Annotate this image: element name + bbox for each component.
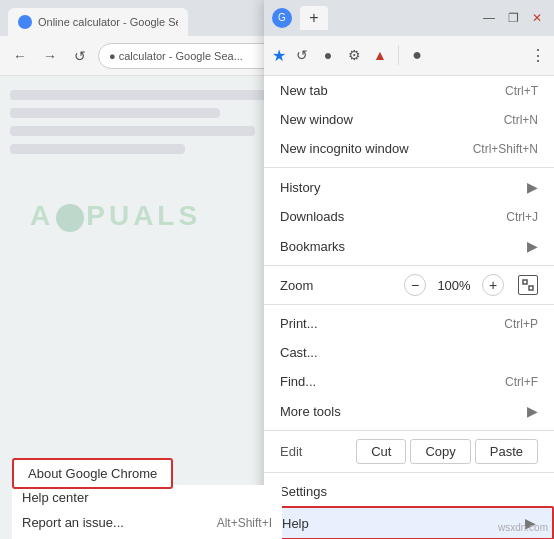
bookmarks-label: Bookmarks — [280, 239, 345, 254]
restore-icon: ❐ — [508, 11, 519, 25]
menu-item-cast[interactable]: Cast... — [264, 338, 554, 367]
new-tab-shortcut: Ctrl+T — [505, 84, 538, 98]
reload-btn[interactable]: ↺ — [68, 44, 92, 68]
restore-button[interactable]: ❐ — [504, 9, 522, 27]
dropdown-menu: New tab Ctrl+T New window Ctrl+N New inc… — [264, 76, 554, 539]
report-issue-shortcut: Alt+Shift+I — [217, 516, 272, 530]
content-row — [10, 126, 255, 136]
minus-icon: − — [411, 277, 419, 293]
divider-4 — [264, 430, 554, 431]
kebab-menu-icon[interactable]: ⋮ — [530, 46, 546, 65]
settings-label: Settings — [280, 484, 327, 499]
tab-title: Online calculator - Google Se... — [38, 16, 178, 28]
menu-item-more-tools[interactable]: More tools ▶ — [264, 396, 554, 426]
back-btn[interactable]: ← — [8, 44, 32, 68]
zoom-value: 100% — [434, 278, 474, 293]
incognito-shortcut: Ctrl+Shift+N — [473, 142, 538, 156]
toolbar-separator — [398, 45, 399, 65]
paste-button[interactable]: Paste — [475, 439, 538, 464]
content-row — [10, 108, 220, 118]
edit-label: Edit — [280, 444, 356, 459]
menu-tab-row: G + — ❐ ✕ — [264, 0, 554, 36]
new-window-shortcut: Ctrl+N — [504, 113, 538, 127]
bookmarks-arrow: ▶ — [527, 238, 538, 254]
extensions-icon: ⚙ — [344, 47, 364, 63]
divider-5 — [264, 472, 554, 473]
minimize-icon: — — [483, 11, 495, 25]
zoom-label: Zoom — [280, 278, 404, 293]
content-row — [10, 90, 290, 100]
menu-item-settings[interactable]: Settings — [264, 477, 554, 506]
find-shortcut: Ctrl+F — [505, 375, 538, 389]
print-shortcut: Ctrl+P — [504, 317, 538, 331]
menu-header: G + — ❐ ✕ ★ ↺ ● ⚙ ▲ ● — [264, 0, 554, 76]
tab-favicon — [18, 15, 32, 29]
close-button[interactable]: ✕ — [528, 9, 546, 27]
divider-1 — [264, 167, 554, 168]
zoom-row: Zoom − 100% + — [264, 270, 554, 300]
incognito-label: New incognito window — [280, 141, 409, 156]
address-text: ● calculator - Google Sea... — [109, 50, 243, 62]
menu-item-incognito[interactable]: New incognito window Ctrl+Shift+N — [264, 134, 554, 163]
zoom-controls: − 100% + — [404, 274, 538, 296]
edit-row: Edit Cut Copy Paste — [264, 435, 554, 468]
new-tab-label: New tab — [280, 83, 328, 98]
plus-icon: + — [309, 9, 318, 27]
help-label: Help — [282, 516, 309, 531]
window-controls: — ❐ ✕ — [480, 9, 546, 27]
help-center-label: Help center — [22, 490, 88, 505]
downloads-label: Downloads — [280, 209, 344, 224]
new-tab-btn[interactable]: + — [300, 6, 328, 30]
cut-button[interactable]: Cut — [356, 439, 406, 464]
fullscreen-icon — [522, 279, 534, 291]
divider-2 — [264, 265, 554, 266]
minimize-button[interactable]: — — [480, 9, 498, 27]
star-icon: ★ — [272, 46, 286, 65]
svg-rect-0 — [523, 280, 527, 284]
report-issue-label: Report an issue... — [22, 515, 124, 530]
downloads-shortcut: Ctrl+J — [506, 210, 538, 224]
chrome-menu: G + — ❐ ✕ ★ ↺ ● ⚙ ▲ ● — [264, 0, 554, 539]
help-submenu: Help center Report an issue... Alt+Shift… — [12, 485, 282, 539]
menu-item-history[interactable]: History ▶ — [264, 172, 554, 202]
menu-item-new-window[interactable]: New window Ctrl+N — [264, 105, 554, 134]
menu-item-bookmarks[interactable]: Bookmarks ▶ — [264, 231, 554, 261]
watermark: wsxdn.com — [498, 522, 548, 533]
content-row — [10, 144, 185, 154]
zoom-in-btn[interactable]: + — [482, 274, 504, 296]
account-icon: ● — [318, 47, 338, 63]
new-window-label: New window — [280, 112, 353, 127]
menu-item-downloads[interactable]: Downloads Ctrl+J — [264, 202, 554, 231]
about-chrome-box[interactable]: About Google Chrome — [12, 458, 173, 489]
cast-label: Cast... — [280, 345, 318, 360]
copy-button[interactable]: Copy — [410, 439, 470, 464]
svg-rect-1 — [529, 286, 533, 290]
find-label: Find... — [280, 374, 316, 389]
report-issue-item[interactable]: Report an issue... Alt+Shift+I — [12, 510, 282, 535]
zoom-fullscreen-btn[interactable] — [518, 275, 538, 295]
menu-item-find[interactable]: Find... Ctrl+F — [264, 367, 554, 396]
refresh-icon: ↺ — [292, 47, 312, 63]
browser-tab[interactable]: Online calculator - Google Se... — [8, 8, 188, 36]
divider-3 — [264, 304, 554, 305]
menu-item-new-tab[interactable]: New tab Ctrl+T — [264, 76, 554, 105]
menu-tab-icon: G — [272, 8, 292, 28]
forward-btn[interactable]: → — [38, 44, 62, 68]
zoom-out-btn[interactable]: − — [404, 274, 426, 296]
print-label: Print... — [280, 316, 318, 331]
watermark-text: wsxdn.com — [498, 522, 548, 533]
edit-buttons: Cut Copy Paste — [356, 439, 538, 464]
close-icon: ✕ — [532, 11, 542, 25]
menu-item-print[interactable]: Print... Ctrl+P — [264, 309, 554, 338]
more-tools-label: More tools — [280, 404, 341, 419]
menu-toolbar-row: ★ ↺ ● ⚙ ▲ ● ⋮ — [264, 36, 554, 75]
history-arrow: ▶ — [527, 179, 538, 195]
plus-icon: + — [489, 277, 497, 293]
history-label: History — [280, 180, 320, 195]
more-tools-arrow: ▶ — [527, 403, 538, 419]
theme-icon: ▲ — [370, 47, 390, 63]
profile-icon: ● — [407, 46, 427, 64]
appuals-logo: APUALS — [30, 200, 201, 232]
about-chrome-label: About Google Chrome — [28, 466, 157, 481]
